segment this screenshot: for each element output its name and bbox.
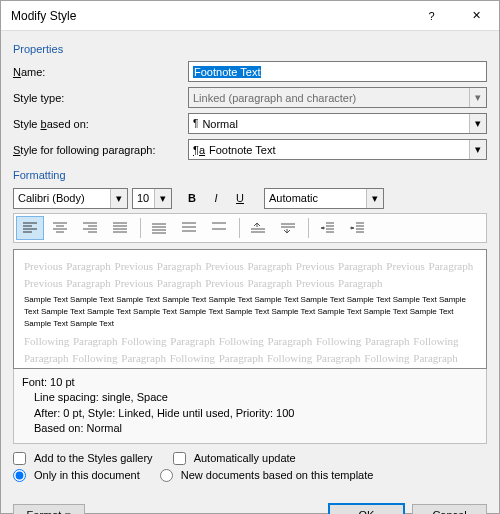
- toolbar-separator: [308, 218, 309, 238]
- desc-line2: Line spacing: single, Space: [22, 390, 478, 405]
- name-label: Name:: [13, 66, 188, 78]
- increase-indent-icon: [350, 222, 364, 234]
- desc-line3: After: 0 pt, Style: Linked, Hide until u…: [22, 406, 478, 421]
- space-before-inc-button[interactable]: [244, 216, 272, 240]
- decrease-indent-icon: [320, 222, 334, 234]
- modify-style-dialog: Modify Style ? ✕ Properties Name: Footno…: [0, 0, 500, 514]
- chevron-down-icon[interactable]: ▾: [366, 189, 383, 208]
- spacing-2-button[interactable]: [205, 216, 233, 240]
- increase-indent-button[interactable]: [343, 216, 371, 240]
- toolbar-separator: [239, 218, 240, 238]
- dropdown-icon: ▾: [65, 509, 71, 514]
- space-before-dec-button[interactable]: [274, 216, 302, 240]
- dialog-title: Modify Style: [11, 9, 409, 23]
- only-document-label: Only in this document: [34, 469, 140, 481]
- chevron-down-icon[interactable]: ▾: [154, 189, 171, 208]
- desc-line1: Font: 10 pt: [22, 375, 478, 390]
- based-on-combo[interactable]: ¶ Normal ▾: [188, 113, 487, 134]
- titlebar: Modify Style ? ✕: [1, 1, 499, 31]
- paragraph-underline-icon: ¶a: [193, 144, 205, 156]
- font-combo[interactable]: Calibri (Body) ▾: [13, 188, 128, 209]
- close-button[interactable]: ✕: [454, 1, 499, 31]
- add-to-gallery-checkbox[interactable]: [13, 452, 26, 465]
- align-right-icon: [83, 222, 97, 234]
- chevron-down-icon[interactable]: ▾: [469, 114, 486, 133]
- ok-button[interactable]: OK: [329, 504, 404, 514]
- space-before-inc-icon: [251, 222, 265, 234]
- align-justify-icon: [113, 222, 127, 234]
- add-to-gallery-label: Add to the Styles gallery: [34, 452, 153, 464]
- paragraph-icon: ¶: [193, 118, 198, 129]
- new-documents-radio[interactable]: [160, 469, 173, 482]
- italic-button[interactable]: I: [204, 187, 228, 209]
- toolbar-separator: [140, 218, 141, 238]
- spacing-1-button[interactable]: [145, 216, 173, 240]
- cancel-button[interactable]: Cancel: [412, 504, 487, 514]
- preview-following: Following Paragraph Following Paragraph …: [24, 333, 476, 369]
- close-icon: ✕: [472, 9, 481, 22]
- chevron-down-icon[interactable]: ▾: [110, 189, 127, 208]
- align-right-button[interactable]: [76, 216, 104, 240]
- preview-previous: Previous Paragraph Previous Paragraph Pr…: [24, 258, 476, 291]
- help-button[interactable]: ?: [409, 1, 454, 31]
- align-justify-button[interactable]: [106, 216, 134, 240]
- description-box: Font: 10 pt Line spacing: single, Space …: [13, 369, 487, 444]
- spacing-2-icon: [212, 222, 226, 234]
- font-color-combo[interactable]: Automatic ▾: [264, 188, 384, 209]
- properties-heading: Properties: [13, 43, 487, 55]
- preview-sample: Sample Text Sample Text Sample Text Samp…: [24, 294, 476, 330]
- dialog-content: Properties Name: Footnote Text Style typ…: [1, 31, 499, 496]
- following-label: Style for following paragraph:: [13, 144, 188, 156]
- style-type-combo: Linked (paragraph and character) ▾: [188, 87, 487, 108]
- space-before-dec-icon: [281, 222, 295, 234]
- align-center-icon: [53, 222, 67, 234]
- formatting-heading: Formatting: [13, 169, 487, 181]
- align-left-icon: [23, 222, 37, 234]
- based-on-label: Style based on:: [13, 118, 188, 130]
- spacing-15-button[interactable]: [175, 216, 203, 240]
- options-area: Add to the Styles gallery Automatically …: [13, 452, 487, 486]
- help-icon: ?: [428, 10, 434, 22]
- spacing-1-icon: [152, 222, 166, 234]
- chevron-down-icon: ▾: [469, 88, 486, 107]
- decrease-indent-button[interactable]: [313, 216, 341, 240]
- underline-button[interactable]: U: [228, 187, 252, 209]
- paragraph-toolbar: [13, 213, 487, 243]
- size-combo[interactable]: 10 ▾: [132, 188, 172, 209]
- name-input[interactable]: Footnote Text: [188, 61, 487, 82]
- style-type-label: Style type:: [13, 92, 188, 104]
- bold-button[interactable]: B: [180, 187, 204, 209]
- dialog-footer: Format ▾ OK Cancel: [1, 496, 499, 514]
- only-document-radio[interactable]: [13, 469, 26, 482]
- following-combo[interactable]: ¶a Footnote Text ▾: [188, 139, 487, 160]
- desc-line4: Based on: Normal: [22, 421, 478, 436]
- new-documents-label: New documents based on this template: [181, 469, 374, 481]
- auto-update-checkbox[interactable]: [173, 452, 186, 465]
- format-button[interactable]: Format ▾: [13, 504, 85, 514]
- preview-pane: Previous Paragraph Previous Paragraph Pr…: [13, 249, 487, 369]
- align-left-button[interactable]: [16, 216, 44, 240]
- spacing-15-icon: [182, 222, 196, 234]
- auto-update-label: Automatically update: [194, 452, 296, 464]
- chevron-down-icon[interactable]: ▾: [469, 140, 486, 159]
- align-center-button[interactable]: [46, 216, 74, 240]
